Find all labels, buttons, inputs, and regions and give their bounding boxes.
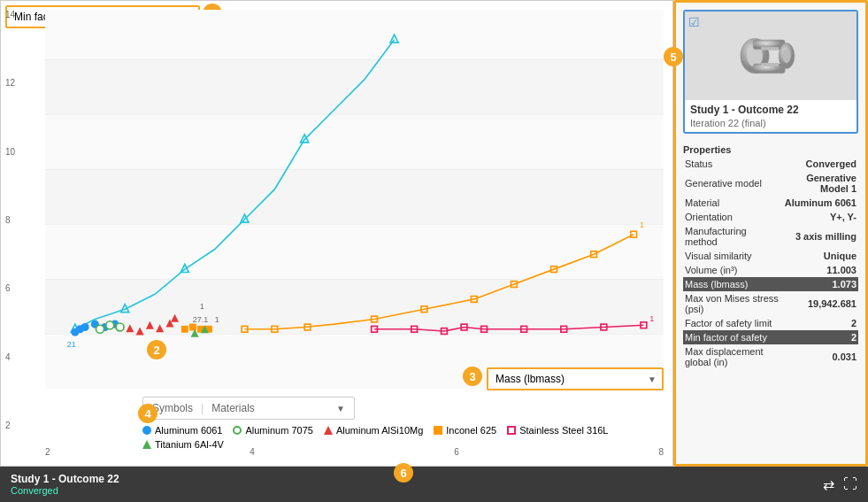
outcome-image (685, 12, 856, 100)
bottom-bar-title: Study 1 - Outcome 22 (11, 473, 119, 485)
properties-data-table: Status Converged Generative model Genera… (683, 157, 858, 369)
callout-5: 5 (664, 47, 683, 66)
legend-filter-area: Symbols | Materials ▼ Aluminum 6061 Alum… (142, 397, 672, 450)
prop-mass-highlighted: Mass (lbmass) 1.073 (683, 277, 858, 291)
prop-status: Status Converged (683, 157, 858, 171)
legend-materials-label: Materials (211, 402, 255, 414)
legend-inconel: Inconel 625 (434, 425, 496, 436)
prop-min-fos-highlighted: Min factor of safety 2 (683, 330, 858, 344)
properties-table: Properties Status Converged Generative m… (676, 141, 865, 464)
svg-text:1: 1 (640, 220, 644, 229)
fullscreen-icon[interactable]: ⛶ (843, 476, 857, 493)
svg-point-47 (116, 323, 124, 331)
callout-3: 3 (463, 367, 482, 386)
prop-fos-limit: Factor of safety limit 2 (683, 316, 858, 330)
svg-point-46 (106, 321, 114, 329)
outcome-card[interactable]: ☑ (683, 10, 858, 134)
prop-material: Material Aluminum 6061 (683, 196, 858, 210)
svg-text:27.1: 27.1 (193, 315, 209, 324)
bottom-bar-icons: ⇄ ⛶ (823, 476, 857, 493)
svg-text:1: 1 (649, 314, 654, 323)
bottom-bar-status: Converged (11, 485, 119, 496)
outcome-checkbox[interactable]: ☑ (688, 15, 700, 29)
y-axis-labels: 2 4 6 8 10 12 14 (5, 10, 15, 430)
properties-header: Properties (683, 141, 858, 157)
part-3d-view (731, 16, 810, 96)
prop-manufacturing: Manufacturing method 3 axis milling (683, 224, 858, 249)
prop-similarity: Visual similarity Unique (683, 249, 858, 263)
legend-aluminum7075: Aluminum 7075 (233, 425, 312, 436)
callout-2: 2 (147, 340, 166, 359)
outcome-subtitle: Iteration 22 (final) (685, 118, 856, 132)
svg-rect-7 (45, 10, 664, 59)
svg-text:1: 1 (200, 302, 204, 311)
x-axis-dropdown-wrapper[interactable]: Mass (lbmass) Volume (in³) (487, 367, 664, 390)
prop-generative-model: Generative model Generative Model 1 (683, 171, 858, 196)
svg-point-40 (81, 323, 89, 331)
svg-rect-9 (45, 224, 664, 279)
legend-dot-al6061 (142, 426, 151, 435)
chart-area: Min factor of safety Max von Mises stres… (0, 0, 673, 467)
prop-von-mises: Max von Mises stress (psi) 19,942.681 (683, 291, 858, 316)
legend-sq-stainless (507, 426, 516, 435)
legend-items: Aluminum 6061 Aluminum 7075 Aluminum AlS… (142, 425, 672, 450)
legend-stainless: Stainless Steel 316L (507, 425, 608, 436)
share-icon[interactable]: ⇄ (823, 476, 834, 493)
svg-text:21: 21 (67, 340, 76, 349)
legend-tri-ti (142, 440, 151, 449)
x-axis-select[interactable]: Mass (lbmass) Volume (in³) (487, 367, 664, 390)
scatter-chart: 1 1 21 (45, 10, 664, 389)
right-panel: 5 ☑ (673, 0, 868, 467)
legend-aluminum6061: Aluminum 6061 (142, 425, 222, 436)
callout-4: 4 (138, 404, 157, 423)
callout-6: 6 (394, 463, 413, 483)
svg-point-68 (783, 49, 791, 63)
prop-orientation: Orientation Y+, Y- (683, 210, 858, 224)
bottom-bar: Study 1 - Outcome 22 Converged 6 ⇄ ⛶ (0, 467, 868, 502)
legend-titanium: Titanium 6Al-4V (142, 439, 224, 450)
svg-rect-49 (189, 324, 196, 330)
legend-dot-al7075 (233, 426, 242, 435)
svg-rect-70 (761, 63, 779, 66)
legend-filter-dropdown[interactable]: Symbols | Materials ▼ (142, 397, 355, 420)
outcome-title: Study 1 - Outcome 22 (685, 100, 856, 118)
svg-rect-69 (761, 47, 779, 50)
svg-rect-8 (45, 114, 664, 169)
legend-tri-alsi (324, 426, 333, 435)
prop-volume: Volume (in³) 11.003 (683, 263, 858, 277)
svg-point-45 (96, 325, 104, 333)
svg-text:1: 1 (215, 315, 219, 324)
bottom-bar-info: Study 1 - Outcome 22 Converged (11, 473, 119, 496)
prop-displacement: Max displacement global (in) 0.031 (683, 344, 858, 369)
legend-symbols-label: Symbols (152, 402, 193, 414)
svg-rect-48 (181, 326, 188, 332)
legend-alsi10mg: Aluminum AlSi10Mg (324, 425, 423, 436)
legend-sq-inconel (434, 426, 442, 435)
